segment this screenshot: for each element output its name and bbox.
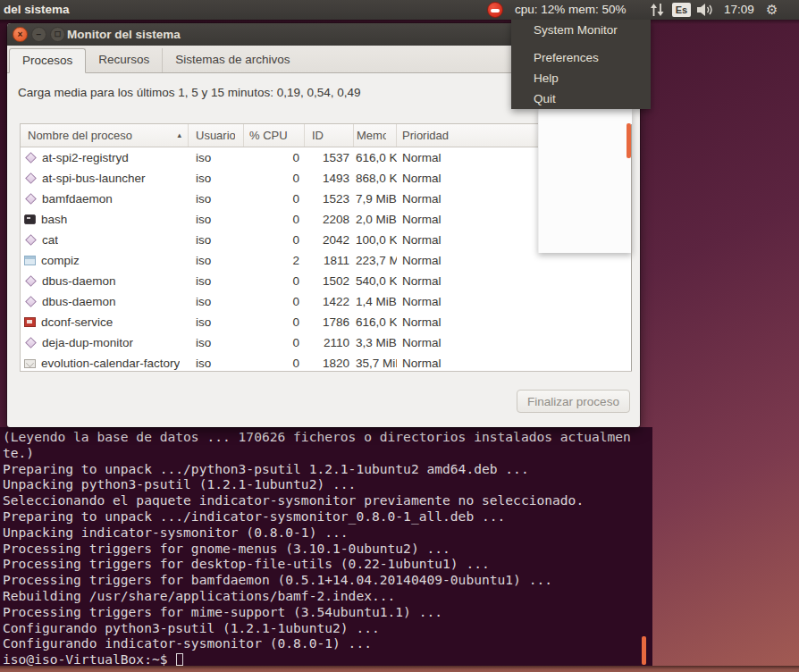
- tab-procesos[interactable]: Procesos: [9, 48, 86, 73]
- process-name: dconf-service: [41, 312, 113, 332]
- terminal-output: (Leyendo la base de datos ... 170626 fic…: [3, 429, 652, 668]
- menu-item-system-monitor[interactable]: System Monitor: [511, 20, 651, 41]
- column-header-id[interactable]: ID: [305, 124, 354, 147]
- process-mem-cell: 100,0 KiB: [354, 230, 397, 250]
- process-name-cell: deja-dup-monitor: [21, 332, 189, 353]
- process-cpu-cell: 0: [244, 312, 305, 332]
- diamond-icon: [25, 337, 37, 349]
- diamond-icon: [25, 193, 37, 205]
- table-scrollbar-thumb[interactable]: [627, 123, 631, 158]
- maximize-icon[interactable]: ☐: [50, 27, 65, 42]
- tab-recursos[interactable]: Recursos: [86, 48, 162, 72]
- sysmonitor-indicator[interactable]: cpu: 12% mem: 50%: [515, 0, 627, 20]
- process-mem-cell: 1,4 MiB: [354, 291, 397, 312]
- process-name: at-spi2-registryd: [42, 147, 129, 168]
- process-cpu-cell: 0: [244, 147, 305, 168]
- process-name: deja-dup-monitor: [42, 332, 133, 353]
- process-priority-cell: Normal: [397, 353, 631, 372]
- column-header-nombre-del-proceso[interactable]: Nombre del proceso▴: [21, 124, 189, 147]
- terminal-line: Processing triggers for desktop-file-uti…: [3, 556, 652, 572]
- process-name: cat: [42, 230, 58, 250]
- diamond-icon: [25, 275, 37, 287]
- process-cpu-cell: 0: [244, 271, 305, 291]
- keyboard-layout-indicator[interactable]: Es: [672, 3, 691, 17]
- process-id-cell: 1523: [305, 189, 354, 209]
- updown-arrows-icon[interactable]: [649, 3, 665, 17]
- process-priority-cell: Normal: [397, 312, 631, 332]
- process-name: dbus-daemon: [42, 271, 116, 291]
- volume-icon[interactable]: [697, 4, 717, 16]
- tab-sistemas-de-archivos[interactable]: Sistemas de archivos: [162, 48, 302, 72]
- load-average-text: Carga media para los últimos 1, 5 y 15 m…: [18, 86, 360, 99]
- terminal-line: Unpacking python3-psutil (1.2.1-1ubuntu2…: [3, 476, 652, 492]
- window-title: Monitor del sistema: [67, 23, 181, 46]
- minimize-icon[interactable]: −: [31, 27, 46, 42]
- column-header-cpu[interactable]: % CPU: [244, 124, 305, 147]
- terminal-line: Seleccionando el paquete indicator-sysmo…: [3, 492, 652, 508]
- column-header-usuario[interactable]: Usuario: [189, 124, 244, 147]
- terminal-icon: [24, 214, 36, 224]
- process-name: evolution-calendar-factory: [41, 353, 180, 372]
- terminal-window[interactable]: (Leyendo la base de datos ... 170626 fic…: [0, 427, 652, 666]
- process-mem-cell: 2,0 MiB: [354, 209, 397, 230]
- process-id-cell: 1820: [305, 353, 354, 372]
- process-id-cell: 2042: [305, 230, 354, 250]
- menu-item-quit[interactable]: Quit: [511, 88, 651, 109]
- sort-arrow-icon: ▴: [177, 124, 181, 147]
- terminal-line: Preparing to unpack .../python3-psutil_1…: [3, 461, 652, 477]
- column-header-label: ID: [312, 124, 324, 147]
- process-cpu-cell: 0: [244, 230, 305, 250]
- terminal-line: Configurando python3-psutil (1.2.1-1ubun…: [3, 620, 652, 636]
- process-row-dconf-service[interactable]: dconf-serviceiso01786616,0 KiBNormal: [21, 312, 631, 332]
- diamond-icon: [25, 234, 37, 246]
- process-name-cell: compiz: [21, 250, 189, 271]
- desktop: (Leyendo la base de datos ... 170626 fic…: [0, 0, 799, 672]
- process-row-compiz[interactable]: compiziso21811223,7 MiBNormal: [21, 250, 631, 271]
- process-user-cell: iso: [189, 168, 244, 189]
- process-name: at-spi-bus-launcher: [42, 168, 146, 189]
- process-name-cell: bash: [21, 209, 189, 230]
- close-icon[interactable]: ×: [13, 27, 28, 42]
- process-cpu-cell: 2: [244, 250, 305, 271]
- process-cpu-cell: 0: [244, 332, 305, 353]
- diamond-icon: [25, 152, 37, 164]
- menu-item-help[interactable]: Help: [511, 68, 651, 88]
- process-name-cell: bamfdaemon: [21, 189, 189, 209]
- process-row-dbus-daemon[interactable]: dbus-daemoniso01502540,0 KiBNormal: [21, 271, 631, 291]
- process-id-cell: 1493: [305, 168, 354, 189]
- end-process-button[interactable]: Finalizar proceso: [517, 390, 630, 413]
- stop-indicator-icon[interactable]: [487, 2, 503, 18]
- process-row-deja-dup-monitor[interactable]: deja-dup-monitoriso021103,3 MiBNormal: [21, 332, 631, 353]
- process-mem-cell: 540,0 KiB: [354, 271, 397, 291]
- column-header-memoria[interactable]: Memoria: [354, 124, 397, 147]
- process-name-cell: at-spi2-registryd: [21, 147, 189, 168]
- terminal-scrollbar-thumb[interactable]: [642, 636, 646, 665]
- window-icon: [24, 256, 36, 265]
- process-user-cell: iso: [189, 353, 244, 372]
- process-name-cell: cat: [21, 230, 189, 250]
- process-id-cell: 2208: [305, 209, 354, 230]
- process-user-cell: iso: [189, 230, 244, 250]
- column-header-label: Memoria: [357, 124, 386, 147]
- process-mem-cell: 35,7 MiB: [354, 353, 397, 372]
- appmenu-title[interactable]: del sistema: [4, 0, 70, 20]
- process-cpu-cell: 0: [244, 291, 305, 312]
- process-user-cell: iso: [189, 209, 244, 230]
- table-right-border: [631, 124, 632, 371]
- process-row-dbus-daemon[interactable]: dbus-daemoniso014221,4 MiBNormal: [21, 291, 631, 312]
- process-mem-cell: 616,0 KiB: [354, 312, 397, 332]
- envelope-icon: [24, 359, 36, 368]
- clock[interactable]: 17:09: [724, 0, 754, 20]
- process-name-cell: dbus-daemon: [21, 291, 189, 312]
- process-mem-cell: 868,0 KiB: [354, 168, 397, 189]
- minus-bar: [491, 9, 500, 13]
- terminal-line: (Leyendo la base de datos ... 170626 fic…: [3, 429, 652, 445]
- gear-icon[interactable]: ⚙: [766, 0, 778, 20]
- terminal-line: Processing triggers for mime-support (3.…: [3, 604, 652, 620]
- top-panel: del sistema cpu: 12% mem: 50% Es 17:09 ⚙: [0, 0, 799, 20]
- menu-item-preferences[interactable]: Preferences: [511, 47, 651, 68]
- diamond-icon: [25, 296, 37, 307]
- process-name-cell: dconf-service: [21, 312, 189, 332]
- column-header-label: Nombre del proceso: [28, 124, 132, 147]
- process-row-evolution-calendar-factory[interactable]: evolution-calendar-factoryiso0182035,7 M…: [21, 353, 631, 372]
